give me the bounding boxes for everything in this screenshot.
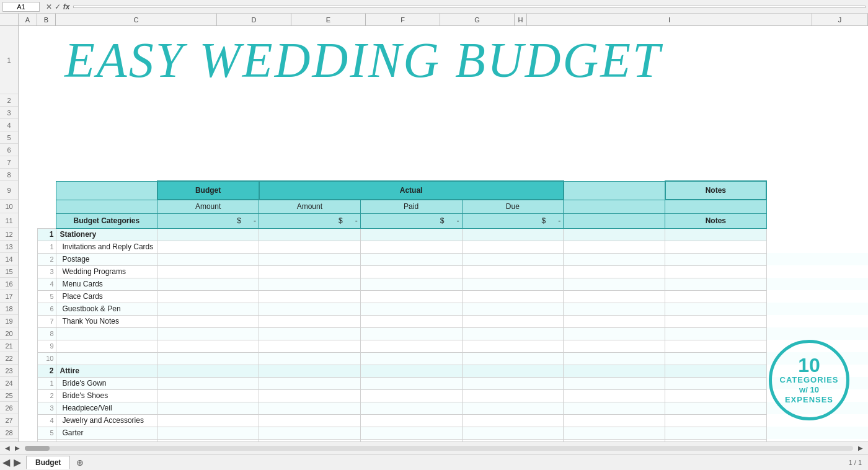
item7-num: 7 <box>37 315 56 327</box>
badge-categories-num: 10 <box>798 355 820 375</box>
badge-w-label: w/ 10 <box>799 385 819 396</box>
col-header-j[interactable]: J <box>812 14 868 25</box>
row-num-19: 19 <box>0 315 18 327</box>
item-jewelry-name: Jewelry and Accessories <box>56 414 157 427</box>
main-grid: 1 2 3 4 5 6 7 8 9 10 11 12 13 14 15 16 1… <box>0 26 868 470</box>
category-attire-row[interactable]: 2 Attire <box>19 365 868 377</box>
col-header-i[interactable]: I <box>527 14 812 25</box>
row-num-3: 3 <box>0 107 18 119</box>
column-headers: A B C D E F G H I J <box>0 14 868 26</box>
scroll-left-icon[interactable]: ◀ <box>2 445 12 451</box>
item10-num: 10 <box>37 352 56 365</box>
item-menu-row[interactable]: 4 Menu Cards <box>19 278 868 290</box>
scroll-track[interactable] <box>25 446 853 451</box>
row-num-4: 4 <box>0 119 18 131</box>
col-header-a[interactable]: A <box>19 14 37 25</box>
function-icon: fx <box>63 2 70 11</box>
confirm-icon: ✓ <box>55 2 61 11</box>
item9-num: 9 <box>37 340 56 352</box>
item-postage-name: Postage <box>56 253 157 265</box>
empty-row-7 <box>19 156 868 169</box>
row-num-28: 28 <box>0 427 18 439</box>
item5-num: 5 <box>37 290 56 303</box>
item-placecards-name: Place Cards <box>56 290 157 303</box>
item-menu-name: Menu Cards <box>56 278 157 290</box>
spreadsheet-title: EASY WEDDING BUDGET <box>58 32 662 89</box>
attire-item5-num: 5 <box>37 427 56 439</box>
item-10-row[interactable]: 10 <box>19 352 868 365</box>
badge-expenses-label: EXPENSES <box>785 395 833 405</box>
item-jewelry-row[interactable]: 4 Jewelry and Accessories <box>19 414 868 427</box>
row-num-16: 16 <box>0 278 18 290</box>
item-8-row[interactable]: 8 <box>19 327 868 340</box>
row-num-20: 20 <box>0 327 18 340</box>
scroll-right-icon[interactable]: ▶ <box>12 445 22 451</box>
cat2-num: 2 <box>37 365 56 377</box>
item-headpiece-row[interactable]: 3 Headpiece/Veil <box>19 402 868 414</box>
budget-dollar: $ - <box>157 213 259 228</box>
cancel-icon: ✕ <box>46 2 52 11</box>
row-num-7: 7 <box>0 156 18 169</box>
item-postage-row[interactable]: 2 Postage <box>19 253 868 265</box>
row-num-2: 2 <box>0 94 18 107</box>
col-header-h[interactable]: H <box>515 14 527 25</box>
attire-item4-num: 4 <box>37 414 56 427</box>
item4-num: 4 <box>37 278 56 290</box>
item-placecards-row[interactable]: 5 Place Cards <box>19 290 868 303</box>
budget-tab[interactable]: Budget <box>26 456 70 469</box>
due-dollar: $ - <box>462 213 564 228</box>
corner-cell <box>0 14 19 25</box>
row-num-22: 22 <box>0 352 18 365</box>
category-stationery-row[interactable]: 1 Stationery <box>19 228 868 241</box>
actual-amount-dollar: $ - <box>259 213 361 228</box>
col-header-f[interactable]: F <box>366 14 440 25</box>
formula-input[interactable] <box>73 6 866 8</box>
item-invitations-row[interactable]: 1 Invitations and Reply Cards <box>19 241 868 253</box>
row-num-13: 13 <box>0 241 18 253</box>
item-thankyou-row[interactable]: 7 Thank You Notes <box>19 315 868 327</box>
tab-scroll-left-icon[interactable]: ◀ <box>2 456 10 468</box>
item3-num: 3 <box>37 265 56 278</box>
row-num-11: 11 <box>0 213 18 228</box>
categories-row-11: Budget Categories $ - $ - $ - $ - <box>19 213 868 228</box>
title-row: EASY WEDDING BUDGET <box>19 26 868 94</box>
item-garter-row[interactable]: 5 Garter <box>19 427 868 439</box>
row-num-12: 12 <box>0 228 18 241</box>
scroll-thumb[interactable] <box>25 446 50 451</box>
item-guestbook-row[interactable]: 6 Guestbook & Pen <box>19 303 868 315</box>
row-num-6: 6 <box>0 144 18 156</box>
row-num-1: 1 <box>0 26 18 94</box>
tab-scroll-right-icon[interactable]: ▶ <box>14 456 21 468</box>
item-guestbook-name: Guestbook & Pen <box>56 303 157 315</box>
item-bridesshoes-row[interactable]: 2 Bride's Shoes <box>19 389 868 402</box>
item-headpiece-name: Headpiece/Veil <box>56 402 157 414</box>
col-header-e[interactable]: E <box>291 14 366 25</box>
row-num-25: 25 <box>0 389 18 402</box>
empty-row-3 <box>19 107 868 119</box>
item-bridesshoes-name: Bride's Shoes <box>56 389 157 402</box>
row-num-26: 26 <box>0 402 18 414</box>
item-9-row[interactable]: 9 <box>19 340 868 352</box>
item-programs-row[interactable]: 3 Wedding Programs <box>19 265 868 278</box>
notes-column-header: Notes <box>665 213 767 228</box>
budget-amount-header: Amount <box>157 200 259 213</box>
attire-item1-num: 1 <box>37 377 56 389</box>
col-header-d[interactable]: D <box>217 14 291 25</box>
item-bridesgown-row[interactable]: 1 Bride's Gown <box>19 377 868 389</box>
row-num-15: 15 <box>0 265 18 278</box>
empty-row-2 <box>19 94 868 107</box>
add-sheet-button[interactable]: ⊕ <box>71 456 89 469</box>
col-header-b[interactable]: B <box>37 14 56 25</box>
empty-row-8 <box>19 169 868 181</box>
row-numbers: 1 2 3 4 5 6 7 8 9 10 11 12 13 14 15 16 1… <box>0 26 19 470</box>
item-thankyou-name: Thank You Notes <box>56 315 157 327</box>
due-header: Due <box>462 200 564 213</box>
col-header-g[interactable]: G <box>440 14 515 25</box>
cell-reference[interactable]: A1 <box>2 2 40 12</box>
col-header-c[interactable]: C <box>56 14 217 25</box>
horizontal-scrollbar[interactable]: ◀ ▶ ▶ <box>0 441 868 454</box>
actual-header: Actual <box>259 181 564 200</box>
row-num-27: 27 <box>0 414 18 427</box>
badge-categories-label: CATEGORIES <box>780 375 839 385</box>
scroll-end-icon[interactable]: ▶ <box>856 445 866 451</box>
